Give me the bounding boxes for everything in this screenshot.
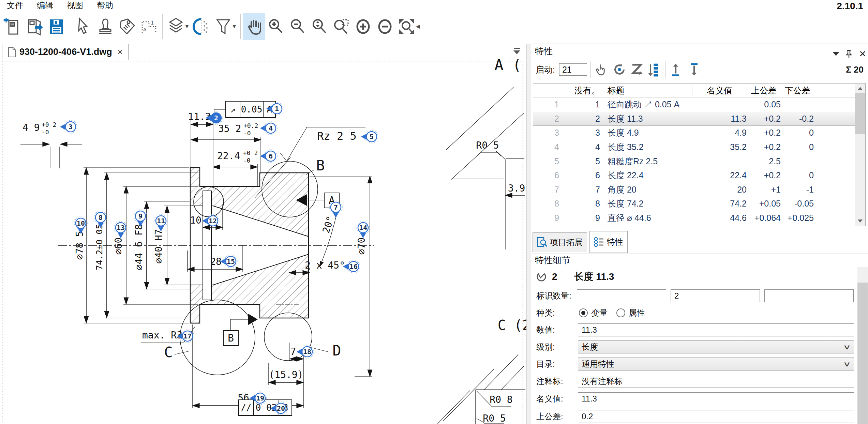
dimension-text[interactable]: D: [332, 342, 341, 359]
table-row[interactable]: 55粗糙度Rz 2.52.5: [533, 154, 865, 168]
col-header-no[interactable]: 没有。: [563, 85, 600, 96]
drawing-canvas[interactable]: 11.3Rz 2 5B102820°2 x 45°max. R3C7D(15.9…: [0, 59, 531, 424]
radio-variable-label[interactable]: 变量: [591, 307, 608, 318]
scrollbar-thumb[interactable]: [855, 93, 865, 134]
table-row[interactable]: 66长度 22.422.4+0.20: [533, 168, 865, 183]
col-header-lower[interactable]: 下公差: [781, 85, 814, 95]
balloon-4[interactable]: 4: [260, 122, 277, 135]
table-row[interactable]: 88长度 74.274.2+0.05-0.05: [533, 197, 865, 211]
panel-menu-icon[interactable]: [833, 52, 839, 56]
filter-tool-button[interactable]: [212, 13, 234, 40]
capture-region-tool-button[interactable]: 1 A: [138, 13, 160, 40]
dimension-text[interactable]: B: [316, 157, 325, 174]
nominal-input[interactable]: 11.3: [578, 392, 854, 405]
tab-close-icon[interactable]: ×: [118, 47, 123, 57]
col-header-upper[interactable]: 上公差: [747, 85, 781, 95]
class-select[interactable]: 长度 ∨: [578, 340, 854, 353]
id-count-input-2[interactable]: 2: [671, 289, 760, 302]
fcf-text[interactable]: ↗: [230, 104, 236, 115]
table-scrollbar[interactable]: [855, 84, 865, 226]
dimension-text[interactable]: ⌀44 6 F8: [133, 224, 145, 270]
table-row[interactable]: 77角度 2020+1-1: [533, 183, 865, 197]
new-document-button[interactable]: [2, 13, 24, 40]
menu-file[interactable]: 文件: [7, 0, 23, 11]
dimension-text[interactable]: R0 5: [483, 413, 506, 424]
document-tab[interactable]: 930-1200-406-V1.dwg ×: [2, 44, 129, 60]
annotation-input[interactable]: 没有注释标: [578, 375, 854, 388]
open-document-button[interactable]: [24, 13, 46, 40]
upper-tolerance-input[interactable]: 0.2: [578, 410, 854, 423]
zoom-out-tool-button[interactable]: [287, 13, 309, 40]
table-row[interactable]: 99直径 ⌀ 44.644.6+0.064+0.025: [533, 211, 865, 225]
dimension-text[interactable]: R0 8: [490, 394, 512, 405]
save-button[interactable]: [46, 13, 68, 40]
menu-help[interactable]: 帮助: [97, 0, 113, 11]
scroll-down-icon[interactable]: [858, 219, 863, 223]
balloon-13[interactable]: 13: [114, 221, 127, 238]
value-input[interactable]: 11.3: [578, 323, 854, 336]
dimension-text[interactable]: C: [164, 344, 173, 361]
menu-view[interactable]: 视图: [67, 0, 83, 11]
dimension-text[interactable]: 22.4: [217, 150, 240, 162]
decrease-size-button[interactable]: [374, 13, 396, 40]
zoom-dynamic-tool-button[interactable]: [309, 13, 330, 40]
col-header-title[interactable]: 标题: [607, 85, 692, 96]
pan-tool-button[interactable]: [243, 13, 265, 40]
zoom-in-tool-button[interactable]: [265, 13, 287, 40]
layers-tool-button[interactable]: [165, 13, 187, 40]
start-number-input[interactable]: [559, 63, 587, 76]
increase-size-button[interactable]: [352, 13, 374, 40]
menu-edit[interactable]: 编辑: [37, 0, 53, 11]
balloon-18[interactable]: 18: [297, 345, 314, 358]
scrollbar-thumb[interactable]: [857, 283, 868, 424]
dimension-text[interactable]: C (2: [498, 317, 530, 333]
balloon-11[interactable]: 11: [154, 214, 167, 231]
dimension-text[interactable]: 10: [190, 215, 201, 226]
balloon-style-tool-button[interactable]: [191, 13, 212, 40]
details-scrollbar[interactable]: [857, 267, 868, 424]
table-row[interactable]: 33长度 4.94.9+0.20: [533, 126, 865, 140]
id-count-input-1[interactable]: [577, 289, 666, 302]
fcf-text[interactable]: 0.05: [241, 104, 263, 115]
renumber-icon[interactable]: [612, 62, 627, 77]
radio-attribute[interactable]: [616, 308, 625, 317]
col-header-nominal[interactable]: 名义值: [692, 85, 747, 95]
radio-attribute-label[interactable]: 属性: [629, 307, 645, 318]
dimension-text[interactable]: 7: [290, 346, 296, 357]
select-tool-button[interactable]: [73, 13, 94, 40]
table-row[interactable]: 22长度 11.311.3+0.2-0.2: [533, 112, 865, 126]
dimension-text[interactable]: 74.2±0 05: [94, 224, 104, 270]
dimension-text[interactable]: 35 2: [218, 123, 241, 134]
balloon-14[interactable]: 14: [357, 221, 370, 238]
balloon-6[interactable]: 6: [260, 150, 277, 163]
dimension-text[interactable]: 2 x 45°: [305, 260, 345, 271]
dimension-text[interactable]: (15.9): [269, 369, 303, 380]
zoom-window-tool-button[interactable]: [330, 13, 352, 40]
z-order-icon[interactable]: [630, 62, 645, 77]
balloon-9[interactable]: 9: [134, 210, 147, 227]
radio-variable[interactable]: [579, 308, 588, 317]
dimension-text[interactable]: Rz 2 5: [317, 130, 357, 142]
balloon-15[interactable]: 15: [220, 255, 237, 268]
sort-list-icon[interactable]: [647, 62, 662, 77]
catalog-select[interactable]: 通用特性 ∨: [578, 358, 854, 370]
dimension-text[interactable]: R0 5: [476, 140, 499, 151]
dimension-text[interactable]: max. R3: [142, 330, 182, 341]
dimension-text[interactable]: 20°: [320, 215, 336, 234]
table-row[interactable]: 44长度 35.235.2+0.20: [533, 140, 865, 154]
move-down-icon[interactable]: [687, 62, 701, 77]
balloon-16[interactable]: 16: [343, 260, 360, 273]
table-row[interactable]: 11径向跳动 ↗ 0.05 A0.05: [533, 97, 865, 112]
stamp-tool-button[interactable]: [94, 13, 116, 40]
dimension-text[interactable]: 28: [210, 256, 222, 267]
tab-characteristics[interactable]: 特性: [589, 231, 628, 253]
fcf-text[interactable]: //: [241, 403, 251, 413]
dimension-text[interactable]: 11.3: [188, 111, 211, 122]
dimension-text[interactable]: ⌀40 H7: [153, 229, 164, 263]
tab-project-explorer[interactable]: 项目拓展: [533, 232, 587, 252]
tag-tool-button[interactable]: [116, 13, 138, 40]
dimension-text[interactable]: 4 9: [23, 122, 40, 133]
scroll-up-icon[interactable]: [858, 87, 863, 90]
pane-splitter[interactable]: [526, 44, 531, 424]
datum-letter[interactable]: B: [228, 332, 234, 344]
